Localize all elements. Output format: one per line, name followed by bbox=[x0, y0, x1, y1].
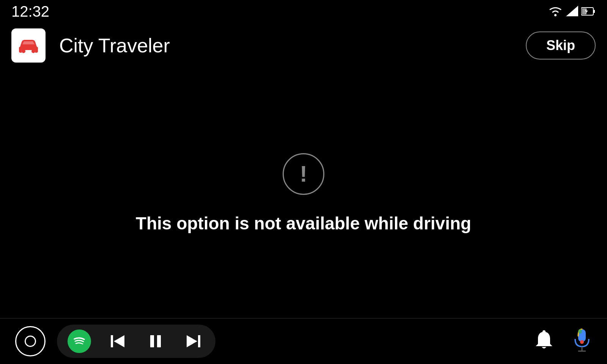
skip-button[interactable]: Skip bbox=[526, 31, 596, 60]
notification-button[interactable] bbox=[534, 331, 554, 351]
svg-marker-11 bbox=[187, 335, 197, 347]
pause-icon bbox=[146, 331, 165, 351]
battery-icon bbox=[581, 6, 596, 16]
svg-point-5 bbox=[22, 49, 25, 53]
prev-icon bbox=[108, 331, 127, 351]
media-controls bbox=[57, 325, 215, 358]
status-bar: 12:32 bbox=[0, 0, 607, 23]
svg-rect-3 bbox=[593, 10, 595, 13]
spotify-button[interactable] bbox=[68, 329, 91, 353]
mic-icon-svg bbox=[574, 328, 590, 354]
svg-point-6 bbox=[31, 49, 35, 53]
main-content: ! This option is not available while dri… bbox=[0, 68, 607, 318]
svg-point-0 bbox=[554, 14, 557, 16]
next-icon bbox=[184, 331, 203, 351]
svg-rect-18 bbox=[578, 329, 582, 334]
svg-marker-8 bbox=[114, 335, 124, 347]
svg-rect-10 bbox=[157, 335, 161, 347]
spotify-logo bbox=[72, 334, 86, 348]
signal-icon bbox=[566, 6, 578, 17]
bell-icon-svg bbox=[534, 330, 554, 352]
home-button-inner bbox=[25, 336, 36, 347]
warning-icon: ! bbox=[283, 153, 324, 195]
right-icons bbox=[534, 328, 592, 354]
wifi-icon bbox=[548, 6, 563, 17]
svg-rect-7 bbox=[111, 335, 113, 347]
app-header: City Traveler Skip bbox=[0, 23, 607, 68]
exclamation-icon: ! bbox=[300, 163, 307, 185]
home-button[interactable] bbox=[15, 326, 46, 356]
time-display: 12:32 bbox=[11, 3, 49, 20]
svg-rect-12 bbox=[198, 335, 200, 347]
warning-message: This option is not available while drivi… bbox=[136, 213, 471, 234]
car-icon bbox=[17, 36, 40, 55]
svg-marker-1 bbox=[566, 6, 578, 16]
svg-rect-13 bbox=[543, 330, 546, 333]
svg-point-17 bbox=[580, 340, 584, 344]
pause-button[interactable] bbox=[144, 330, 167, 353]
app-icon bbox=[11, 28, 46, 63]
app-title: City Traveler bbox=[59, 34, 170, 57]
next-button[interactable] bbox=[182, 330, 205, 353]
bottom-bar bbox=[0, 318, 607, 364]
mic-button[interactable] bbox=[572, 328, 592, 354]
status-icons bbox=[548, 6, 596, 17]
prev-button[interactable] bbox=[106, 330, 129, 353]
svg-rect-9 bbox=[150, 335, 154, 347]
